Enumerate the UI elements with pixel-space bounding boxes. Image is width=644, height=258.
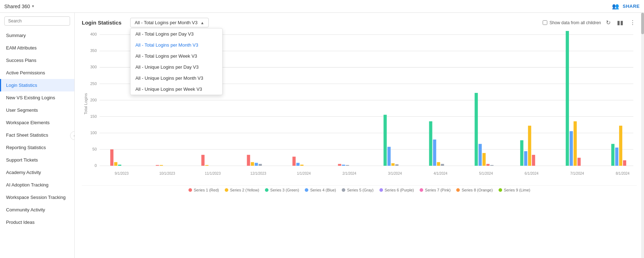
dropdown-chevron-icon: ▲ <box>201 21 204 25</box>
sidebar-item-fact-sheet-statistics[interactable]: Fact Sheet Statistics <box>0 129 74 141</box>
topbar: Shared 360 ▾ 👥 SHARE <box>0 0 644 13</box>
svg-rect-63 <box>528 126 531 166</box>
svg-text:1/1/2024: 1/1/2024 <box>297 172 311 175</box>
sidebar-nav: SummaryEAM AttributesSuccess PlansActive… <box>0 29 74 228</box>
legend-item: Series 9 (Lime) <box>499 188 531 192</box>
sidebar-item-login-statistics[interactable]: Login Statistics <box>0 79 74 91</box>
sidebar-item-active-permissions[interactable]: Active Permissions <box>0 67 74 79</box>
svg-rect-65 <box>566 31 569 166</box>
sidebar-item-ai-adoption-tracking[interactable]: AI Adoption Tracking <box>0 179 74 191</box>
share-button[interactable]: SHARE <box>623 4 640 9</box>
scrollbar-thumb[interactable] <box>641 13 644 34</box>
svg-rect-43 <box>296 163 299 166</box>
sidebar-item-success-plans[interactable]: Success Plans <box>0 54 74 67</box>
svg-rect-39 <box>251 162 254 166</box>
svg-rect-49 <box>388 147 391 166</box>
svg-rect-71 <box>619 126 622 166</box>
svg-text:Total Logins: Total Logins <box>84 93 88 114</box>
sidebar-item-community-activity[interactable]: Community Activity <box>0 204 74 216</box>
legend-item: Series 1 (Red) <box>188 188 219 192</box>
topbar-left: Shared 360 ▾ <box>4 4 34 9</box>
show-children-checkbox[interactable] <box>543 20 547 25</box>
svg-rect-62 <box>524 151 527 166</box>
title-chevron-icon[interactable]: ▾ <box>32 4 34 9</box>
topbar-right: 👥 SHARE <box>612 3 640 10</box>
svg-rect-31 <box>110 149 113 166</box>
svg-rect-47 <box>346 165 349 166</box>
svg-rect-34 <box>156 165 159 166</box>
svg-rect-57 <box>479 144 482 165</box>
svg-rect-70 <box>615 148 618 166</box>
sidebar-item-eam-attributes[interactable]: EAM Attributes <box>0 42 74 54</box>
svg-text:300: 300 <box>90 65 97 69</box>
svg-rect-45 <box>338 164 341 166</box>
legend-item: Series 6 (Purple) <box>379 188 414 192</box>
dropdown-option[interactable]: All - Unique Logins per Month V3 <box>131 73 222 84</box>
svg-text:9/1/2023: 9/1/2023 <box>115 172 129 175</box>
legend-item: Series 4 (Blue) <box>305 188 336 192</box>
sidebar-item-new-vs-existing-logins[interactable]: New VS Existing Logins <box>0 91 74 104</box>
svg-rect-66 <box>570 131 573 166</box>
chart-dropdown-trigger[interactable]: All - Total Logins per Month V3 ▲ <box>130 18 209 27</box>
dropdown-option[interactable]: All - Total Logins per Month V3 <box>131 40 222 51</box>
main-content: Login Statistics All - Total Logins per … <box>75 13 644 258</box>
svg-rect-41 <box>259 164 262 166</box>
chart-controls: Show data from all children ↻ ▮▮ ⋮ <box>543 19 637 27</box>
legend-item: Series 7 (Pink) <box>420 188 451 192</box>
svg-rect-42 <box>292 157 296 166</box>
svg-rect-44 <box>300 165 303 166</box>
svg-rect-61 <box>520 140 523 166</box>
chart-legend: Series 1 (Red)Series 2 (Yellow)Series 3 … <box>82 185 637 194</box>
legend-item: Series 2 (Yellow) <box>225 188 259 192</box>
svg-rect-55 <box>441 164 444 166</box>
sidebar-item-reporting-statistics[interactable]: Reporting Statistics <box>0 141 74 154</box>
legend-item: Series 5 (Gray) <box>342 188 374 192</box>
dropdown-selected-label: All - Total Logins per Month V3 <box>135 20 198 25</box>
svg-rect-38 <box>247 155 250 166</box>
sidebar-item-support-tickets[interactable]: Support Tickets <box>0 154 74 166</box>
chart-header: Login Statistics All - Total Logins per … <box>75 13 644 27</box>
svg-text:2/1/2024: 2/1/2024 <box>342 172 356 175</box>
sidebar-item-academy-activity[interactable]: Academy Activity <box>0 166 74 179</box>
svg-text:0: 0 <box>95 163 97 168</box>
search-container <box>0 13 74 29</box>
svg-rect-64 <box>532 155 535 166</box>
sidebar-item-summary[interactable]: Summary <box>0 29 74 42</box>
more-options-icon[interactable]: ⋮ <box>628 19 637 27</box>
refresh-icon[interactable]: ↻ <box>605 19 612 27</box>
bar-chart-icon[interactable]: ▮▮ <box>616 19 625 27</box>
app-title: Shared 360 <box>4 4 30 9</box>
dropdown-option[interactable]: All - Total Logins per Week V3 <box>131 51 222 62</box>
chart-title: Login Statistics <box>82 20 122 26</box>
chart-dropdown-container: All - Total Logins per Month V3 ▲ All - … <box>130 18 209 27</box>
dropdown-option[interactable]: All - Unique Logins per Day V3 <box>131 62 222 73</box>
show-children-label: Show data from all children <box>549 20 601 25</box>
svg-rect-48 <box>384 115 387 165</box>
scrollbar-track[interactable] <box>641 13 644 258</box>
svg-rect-50 <box>392 163 395 166</box>
svg-rect-53 <box>433 139 436 166</box>
sidebar-item-workspace-session-tracking[interactable]: Workspace Session Tracking <box>0 191 74 204</box>
search-input[interactable] <box>4 16 70 26</box>
legend-item: Series 8 (Orange) <box>456 188 493 192</box>
dropdown-option[interactable]: All - Unique Logins per Week V3 <box>131 84 222 95</box>
people-icon: 👥 <box>612 3 619 10</box>
svg-rect-35 <box>160 165 163 166</box>
sidebar-item-user-segments[interactable]: User Segments <box>0 104 74 116</box>
svg-text:250: 250 <box>90 81 97 85</box>
svg-rect-69 <box>611 144 614 165</box>
svg-text:5/1/2024: 5/1/2024 <box>479 172 493 175</box>
svg-rect-32 <box>114 162 117 166</box>
sidebar-item-workspace-elements[interactable]: Workspace Elements <box>0 116 74 129</box>
sidebar-item-product-ideas[interactable]: Product Ideas <box>0 216 74 228</box>
svg-rect-67 <box>574 121 577 166</box>
svg-rect-59 <box>486 164 490 166</box>
main-layout: SummaryEAM AttributesSuccess PlansActive… <box>0 13 644 258</box>
svg-rect-58 <box>483 153 486 166</box>
dropdown-option[interactable]: All - Total Logins per Day V3 <box>131 28 222 40</box>
svg-rect-60 <box>490 165 494 166</box>
svg-text:200: 200 <box>90 98 97 102</box>
svg-rect-56 <box>475 93 478 166</box>
svg-text:100: 100 <box>90 131 97 135</box>
svg-text:6/1/2024: 6/1/2024 <box>525 172 538 175</box>
